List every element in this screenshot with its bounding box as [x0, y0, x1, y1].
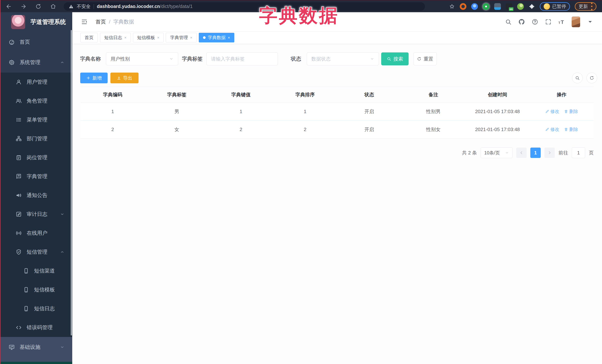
tab-label: 字典管理 — [170, 35, 188, 41]
extension-icon-blue-drop[interactable] — [471, 3, 478, 10]
address-bar[interactable]: 不安全 dashboard.yudao.iocoder.cn/dict/type… — [64, 2, 425, 11]
sidebar-item-错误码管理[interactable]: 错误码管理 — [0, 318, 72, 337]
next-page-button[interactable] — [544, 147, 555, 158]
table-row: 2女22开启性别女2021-01-05 17:03:48修改删除 — [81, 121, 594, 138]
sidebar-item-岗位管理[interactable]: 岗位管理 — [0, 148, 72, 167]
sidebar-item-短信模板[interactable]: 短信模板 — [0, 280, 72, 299]
monitor-icon — [9, 344, 15, 350]
sidebar-item-菜单管理[interactable]: 菜单管理 — [0, 110, 72, 129]
profile-paused-pill[interactable]: 已暂停 — [540, 2, 570, 11]
add-button[interactable]: 新增 — [80, 73, 108, 83]
svg-text:T: T — [561, 19, 564, 25]
font-size-icon[interactable]: TT — [558, 19, 565, 25]
tab-首页[interactable]: 首页 — [80, 33, 98, 42]
insecure-warning-icon — [69, 4, 74, 9]
table-cell: 2 — [209, 127, 273, 132]
dict-name-select[interactable]: 用户性别 — [106, 52, 178, 65]
close-icon[interactable]: × — [190, 36, 192, 40]
extension-icon-green[interactable] — [517, 3, 524, 10]
trash-icon — [564, 127, 568, 131]
reset-button[interactable]: 重置 — [413, 52, 437, 65]
prev-page-button[interactable] — [516, 147, 527, 158]
refresh-table-button[interactable] — [586, 73, 597, 83]
chevron-up-icon — [60, 60, 64, 65]
sidebar-item-基础设施[interactable]: 基础设施 — [0, 337, 72, 357]
bookmark-star-icon[interactable] — [449, 3, 455, 10]
sidebar-item-通知公告[interactable]: 通知公告 — [0, 186, 72, 205]
search-button[interactable]: 搜索 — [381, 52, 408, 65]
goto-page-input[interactable]: 1 — [572, 147, 585, 158]
status-select[interactable]: 数据状态 — [307, 52, 379, 65]
online-user-icon — [16, 230, 22, 236]
browser-reload-icon[interactable] — [35, 3, 42, 10]
avatar-caret-icon[interactable] — [587, 19, 593, 25]
reset-button-label: 重置 — [424, 56, 433, 62]
sidebar-item-短信管理[interactable]: 短信管理 — [0, 242, 72, 261]
export-button[interactable]: 导出 — [110, 73, 139, 83]
table-row: 1男11开启性别男2021-01-05 17:03:48修改删除 — [81, 103, 594, 121]
delete-link[interactable]: 删除 — [564, 108, 578, 114]
extension-icon-slate[interactable] — [494, 3, 501, 10]
dict-name-label: 字典名称 — [80, 52, 101, 65]
table-cell: 2 — [273, 127, 337, 132]
page-number-button[interactable]: 1 — [530, 147, 541, 158]
close-icon[interactable]: × — [228, 36, 230, 40]
sidebar-item-审计日志[interactable]: 审计日志 — [0, 205, 72, 224]
sidebar-item-系统管理[interactable]: 系统管理 — [0, 52, 72, 73]
toggle-search-button[interactable] — [572, 73, 583, 83]
sidebar-fold-icon[interactable] — [81, 18, 88, 25]
sidebar-item-在线用户[interactable]: 在线用户 — [0, 224, 72, 242]
pencil-icon — [545, 109, 549, 114]
browser-update-button[interactable]: 更新 ••• — [575, 2, 596, 11]
edit-link[interactable]: 修改 — [545, 126, 559, 132]
sidebar-item-label: 在线用户 — [27, 229, 47, 237]
chevron-up-icon — [60, 250, 64, 254]
table-header-cell: 字典编码 — [81, 92, 145, 98]
browser-back-icon[interactable] — [6, 3, 12, 10]
app-title: 芋道管理系统 — [30, 18, 66, 26]
sidebar-item-字典管理[interactable]: 字典管理 — [0, 167, 72, 186]
breadcrumb-home[interactable]: 首页 — [96, 18, 106, 25]
github-icon[interactable] — [518, 19, 525, 25]
tab-字典管理[interactable]: 字典管理× — [166, 33, 196, 42]
sidebar-item-label: 基础设施 — [20, 344, 40, 351]
extension-icon-dark-on[interactable]: on — [506, 3, 512, 10]
sidebar-scrollbar[interactable] — [71, 30, 72, 335]
tab-短信日志[interactable]: 短信日志× — [100, 33, 131, 42]
browser-home-icon[interactable] — [50, 3, 56, 10]
tab-字典数据[interactable]: 字典数据× — [199, 33, 234, 42]
browser-forward-icon[interactable] — [20, 3, 27, 10]
table-header-cell: 创建时间 — [465, 92, 530, 98]
edit-link[interactable]: 修改 — [545, 108, 559, 114]
sidebar-item-短信日志[interactable]: 短信日志 — [0, 299, 72, 318]
help-icon[interactable] — [532, 19, 538, 25]
page-size-select[interactable]: 10条/页 — [481, 147, 513, 158]
close-icon[interactable]: × — [157, 36, 160, 40]
sidebar-item-部门管理[interactable]: 部门管理 — [0, 129, 72, 148]
delete-link-label: 删除 — [569, 126, 578, 132]
extensions-puzzle-icon[interactable] — [529, 3, 535, 10]
header-search-icon[interactable] — [505, 19, 512, 25]
sidebar-item-短信渠道[interactable]: 短信渠道 — [0, 261, 72, 280]
menu-list-icon — [16, 117, 22, 123]
sidebar-item-用户管理[interactable]: 用户管理 — [0, 73, 72, 92]
trash-icon — [564, 109, 568, 114]
user-avatar[interactable] — [572, 16, 580, 27]
delete-link[interactable]: 删除 — [564, 126, 578, 132]
fullscreen-icon[interactable] — [545, 19, 552, 25]
sidebar-item-角色管理[interactable]: 角色管理 — [0, 92, 72, 110]
dict-label-input[interactable] — [211, 56, 273, 62]
extension-icon-green-check[interactable] — [483, 3, 489, 10]
sidebar-logo-row[interactable]: 芋道管理系统 — [0, 12, 72, 32]
table-cell: 性别女 — [401, 126, 465, 133]
tab-短信模板[interactable]: 短信模板× — [133, 33, 164, 42]
sidebar-item-首页[interactable]: 首页 — [0, 32, 72, 52]
extension-icon-orange[interactable] — [460, 3, 466, 10]
tab-label: 短信模板 — [137, 35, 155, 41]
browser-menu-kebab-icon[interactable]: ••• — [591, 2, 592, 11]
table-cell: 2021-01-05 17:03:48 — [465, 127, 530, 132]
url-text: dashboard.yudao.iocoder.cn/dict/type/dat… — [97, 4, 193, 9]
close-icon[interactable]: × — [124, 36, 127, 40]
dict-book-icon — [16, 173, 22, 180]
table-cell: 开启 — [337, 108, 401, 115]
